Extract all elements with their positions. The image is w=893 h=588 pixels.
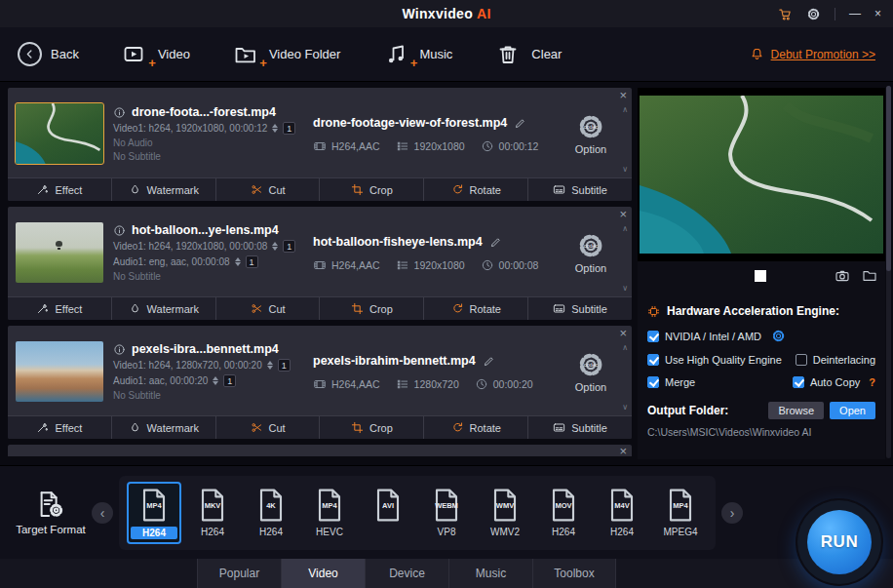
chevron-down-icon[interactable]: ∨ — [622, 284, 628, 293]
close-window-button[interactable]: × — [874, 8, 881, 20]
remove-file-icon[interactable]: × — [619, 89, 627, 102]
settings-gear-icon[interactable] — [806, 7, 821, 21]
gpu-settings-gear-icon[interactable] — [771, 329, 786, 343]
add-video-button[interactable]: + Video — [122, 43, 190, 66]
main-content: drone-foota...-forest.mp4 Video1: h264, … — [0, 82, 893, 465]
watermark-button[interactable]: Watermark — [112, 416, 216, 439]
option-gear-text: codec — [576, 231, 605, 260]
format-card-mp4-hevc[interactable]: MP4 HEVC — [302, 482, 357, 544]
format-card-mov-h264[interactable]: MOV H264 — [536, 482, 591, 544]
crop-button[interactable]: Crop — [320, 297, 424, 320]
formats-prev-button[interactable]: ‹ — [92, 502, 113, 524]
rotate-button[interactable]: Rotate — [424, 416, 528, 439]
snapshot-camera-icon[interactable] — [835, 268, 850, 284]
crop-button[interactable]: Crop — [320, 178, 424, 201]
scrollbar[interactable] — [886, 86, 891, 458]
checkbox-deinterlacing[interactable]: Deinterlacing — [796, 354, 875, 366]
rotate-button[interactable]: Rotate — [424, 297, 528, 320]
back-button[interactable]: Back — [18, 42, 79, 66]
track-stepper[interactable] — [272, 242, 278, 251]
subtitle-button[interactable]: Subtitle — [528, 416, 632, 439]
crop-button[interactable]: Crop — [320, 416, 424, 439]
resolution-value: 1280x720 — [414, 378, 459, 390]
watermark-button[interactable]: Watermark — [112, 297, 216, 320]
track-stepper[interactable] — [267, 361, 273, 370]
chevron-down-icon[interactable]: ∨ — [622, 165, 628, 174]
app-title: WinxvideoAI — [402, 6, 490, 21]
video-thumbnail[interactable] — [16, 222, 103, 283]
chevron-down-icon[interactable]: ∨ — [622, 403, 628, 412]
open-folder-icon[interactable] — [862, 268, 877, 284]
subtitle-button[interactable]: Subtitle — [528, 297, 632, 320]
row-actions: Effect Watermark Cut Crop Rotate Subtitl… — [8, 296, 632, 320]
option-button[interactable]: codec Option — [565, 231, 616, 274]
remove-file-icon[interactable]: × — [619, 327, 627, 340]
rename-pencil-icon[interactable] — [483, 355, 495, 368]
option-button[interactable]: codec Option — [565, 112, 616, 155]
effect-button[interactable]: Effect — [8, 178, 112, 201]
info-icon[interactable] — [113, 343, 126, 356]
scrollbar-thumb[interactable] — [886, 86, 891, 271]
chevron-up-icon[interactable]: ∧ — [622, 105, 628, 114]
cut-button[interactable]: Cut — [216, 416, 321, 439]
back-label: Back — [51, 47, 79, 61]
output-filename: drone-footage-view-of-forest.mp4 — [313, 116, 507, 130]
tab-music[interactable]: Music — [448, 559, 532, 588]
format-card-mp4-h264[interactable]: MP4 H264 — [127, 482, 181, 544]
help-icon[interactable]: ? — [869, 376, 875, 388]
track-stepper[interactable] — [235, 257, 241, 266]
track-stepper[interactable] — [213, 376, 218, 385]
checkbox-high-quality-engine[interactable]: Use High Quality Engine — [647, 354, 782, 366]
track-stepper[interactable] — [272, 124, 278, 133]
option-gear-text: codec — [576, 112, 605, 141]
remove-file-icon[interactable]: × — [619, 208, 627, 221]
info-icon[interactable] — [113, 224, 126, 237]
video-thumbnail[interactable] — [16, 341, 103, 402]
format-card-webm-vp8[interactable]: WEBM VP8 — [419, 482, 474, 544]
formats-next-button[interactable]: › — [721, 502, 743, 524]
option-button[interactable]: codec Option — [565, 350, 616, 393]
run-button[interactable]: RUN — [797, 500, 881, 584]
video-preview[interactable] — [638, 88, 885, 261]
tab-device[interactable]: Device — [365, 559, 448, 588]
remove-file-icon[interactable]: × — [619, 445, 627, 458]
rename-pencil-icon[interactable] — [489, 236, 502, 249]
add-music-button[interactable]: + Music — [383, 43, 452, 66]
cut-button[interactable]: Cut — [216, 297, 321, 320]
deinterlacing-label: Deinterlacing — [813, 354, 875, 366]
minimize-button[interactable]: — — [849, 8, 861, 20]
subtitle-button[interactable]: Subtitle — [528, 178, 632, 201]
cut-button[interactable]: Cut — [216, 178, 321, 201]
promotion-link[interactable]: Debut Promotion >> — [771, 48, 875, 61]
rotate-button[interactable]: Rotate — [424, 178, 528, 201]
browse-button[interactable]: Browse — [768, 402, 824, 419]
format-card-avi[interactable]: AVI — [361, 482, 415, 544]
chevron-up-icon[interactable]: ∧ — [622, 343, 628, 352]
tab-video[interactable]: Video — [281, 559, 365, 588]
cart-icon[interactable] — [778, 7, 793, 21]
checkbox-auto-copy[interactable]: Auto Copy ? — [793, 376, 875, 388]
video-thumbnail[interactable] — [16, 103, 103, 164]
watermark-button[interactable]: Watermark — [112, 178, 216, 201]
crop-icon — [351, 421, 364, 434]
titlebar-divider — [835, 8, 835, 20]
format-card-wmv-wmv2[interactable]: WMV WMV2 — [478, 482, 532, 544]
format-card-mkv-h264[interactable]: MKV H264 — [185, 482, 240, 544]
effect-button[interactable]: Effect — [8, 297, 112, 320]
tab-popular[interactable]: Popular — [197, 559, 281, 588]
format-card-mp4-mpeg4[interactable]: MP4 MPEG4 — [653, 482, 708, 544]
checkbox-gpu[interactable]: NVIDIA / Intel / AMD — [647, 331, 761, 342]
rename-pencil-icon[interactable] — [514, 117, 526, 130]
tab-toolbox[interactable]: Toolbox — [532, 559, 616, 588]
effect-button[interactable]: Effect — [8, 416, 112, 439]
info-icon[interactable] — [113, 106, 126, 119]
add-video-folder-button[interactable]: + Video Folder — [233, 43, 340, 66]
output-folder-label: Output Folder: — [647, 404, 762, 417]
open-button[interactable]: Open — [830, 402, 875, 419]
chevron-up-icon[interactable]: ∧ — [622, 224, 628, 233]
checkbox-merge[interactable]: Merge — [647, 376, 695, 388]
format-card-m4v-h264[interactable]: M4V H264 — [595, 482, 649, 544]
format-card-4k-h264[interactable]: 4K H264 — [244, 482, 298, 544]
clear-button[interactable]: Clear — [495, 43, 562, 66]
stop-button[interactable] — [755, 270, 766, 282]
